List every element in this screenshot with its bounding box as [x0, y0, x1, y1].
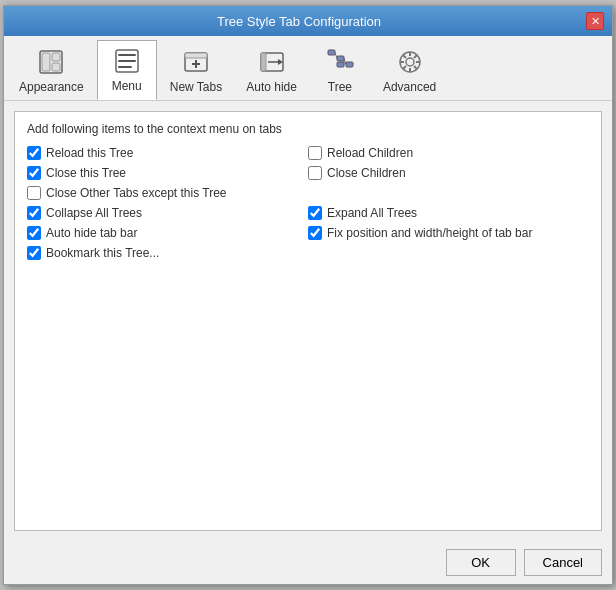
col-fix-position: Fix position and width/height of tab bar — [308, 226, 589, 240]
newtabs-icon — [180, 46, 212, 78]
cancel-button[interactable]: Cancel — [524, 549, 602, 576]
svg-rect-1 — [42, 53, 50, 71]
svg-rect-3 — [52, 63, 60, 71]
checkbox-collapse-all[interactable] — [27, 206, 41, 220]
row-autohide-fix: Auto hide tab bar Fix position and width… — [27, 226, 589, 240]
toolbar: Appearance Menu — [4, 36, 612, 101]
footer: OK Cancel — [4, 541, 612, 584]
row-close-others: Close Other Tabs except this Tree — [27, 186, 589, 200]
col-reload-children: Reload Children — [308, 146, 589, 160]
row-reload: Reload this Tree Reload Children — [27, 146, 589, 160]
advanced-icon — [394, 46, 426, 78]
panel-description: Add following items to the context menu … — [27, 122, 589, 136]
col-close-children: Close Children — [308, 166, 589, 180]
ok-button[interactable]: OK — [446, 549, 516, 576]
panel: Add following items to the context menu … — [14, 111, 602, 531]
svg-line-31 — [414, 55, 417, 58]
label-close-tree: Close this Tree — [46, 166, 126, 180]
tab-advanced[interactable]: Advanced — [372, 40, 447, 100]
checkbox-fix-position[interactable] — [308, 226, 322, 240]
checkbox-expand-all[interactable] — [308, 206, 322, 220]
tab-menu[interactable]: Menu — [97, 40, 157, 100]
dialog: Tree Style Tab Configuration ✕ Appearanc… — [3, 5, 613, 585]
label-collapse-all: Collapse All Trees — [46, 206, 142, 220]
autohide-icon — [256, 46, 288, 78]
label-fix-position: Fix position and width/height of tab bar — [327, 226, 532, 240]
svg-line-32 — [403, 66, 406, 69]
checkbox-reload-children[interactable] — [308, 146, 322, 160]
svg-line-30 — [414, 66, 417, 69]
svg-rect-16 — [328, 50, 335, 55]
label-bookmark-tree: Bookmark this Tree... — [46, 246, 159, 260]
tab-appearance-label: Appearance — [19, 80, 84, 94]
svg-rect-17 — [337, 56, 344, 61]
label-close-others: Close Other Tabs except this Tree — [46, 186, 227, 200]
label-close-children: Close Children — [327, 166, 406, 180]
svg-rect-19 — [337, 62, 344, 67]
row-bookmark-tree: Bookmark this Tree... — [27, 246, 589, 260]
label-reload-children: Reload Children — [327, 146, 413, 160]
checkbox-close-tree[interactable] — [27, 166, 41, 180]
tab-appearance[interactable]: Appearance — [8, 40, 95, 100]
svg-point-24 — [406, 58, 414, 66]
tab-autohide-label: Auto hide — [246, 80, 297, 94]
col-close-tree: Close this Tree — [27, 166, 308, 180]
title-bar: Tree Style Tab Configuration ✕ — [4, 6, 612, 36]
col-expand-all: Expand All Trees — [308, 206, 589, 220]
tab-newtabs[interactable]: New Tabs — [159, 40, 233, 100]
svg-rect-13 — [261, 53, 266, 71]
col-collapse-all: Collapse All Trees — [27, 206, 308, 220]
close-button[interactable]: ✕ — [586, 12, 604, 30]
content-area: Add following items to the context menu … — [4, 101, 612, 541]
tab-menu-label: Menu — [112, 79, 142, 93]
checkbox-close-others[interactable] — [27, 186, 41, 200]
tab-tree-label: Tree — [328, 80, 352, 94]
row-collapse-expand: Collapse All Trees Expand All Trees — [27, 206, 589, 220]
svg-rect-5 — [118, 54, 136, 56]
svg-line-29 — [403, 55, 406, 58]
col-auto-hide-bar: Auto hide tab bar — [27, 226, 308, 240]
svg-rect-18 — [346, 62, 353, 67]
svg-line-20 — [335, 53, 337, 59]
tab-tree[interactable]: Tree — [310, 40, 370, 100]
label-reload-tree: Reload this Tree — [46, 146, 133, 160]
tab-newtabs-label: New Tabs — [170, 80, 222, 94]
checkbox-reload-tree[interactable] — [27, 146, 41, 160]
appearance-icon — [35, 46, 67, 78]
checkbox-close-children[interactable] — [308, 166, 322, 180]
label-expand-all: Expand All Trees — [327, 206, 417, 220]
svg-rect-9 — [185, 53, 207, 58]
tab-autohide[interactable]: Auto hide — [235, 40, 308, 100]
checkbox-bookmark-tree[interactable] — [27, 246, 41, 260]
col-reload-tree: Reload this Tree — [27, 146, 308, 160]
svg-rect-7 — [118, 66, 132, 68]
label-auto-hide-bar: Auto hide tab bar — [46, 226, 137, 240]
dialog-title: Tree Style Tab Configuration — [12, 14, 586, 29]
tab-advanced-label: Advanced — [383, 80, 436, 94]
menu-icon — [111, 45, 143, 77]
tree-icon — [324, 46, 356, 78]
svg-rect-2 — [52, 53, 60, 61]
checkbox-auto-hide-bar[interactable] — [27, 226, 41, 240]
svg-rect-6 — [118, 60, 136, 62]
row-close: Close this Tree Close Children — [27, 166, 589, 180]
